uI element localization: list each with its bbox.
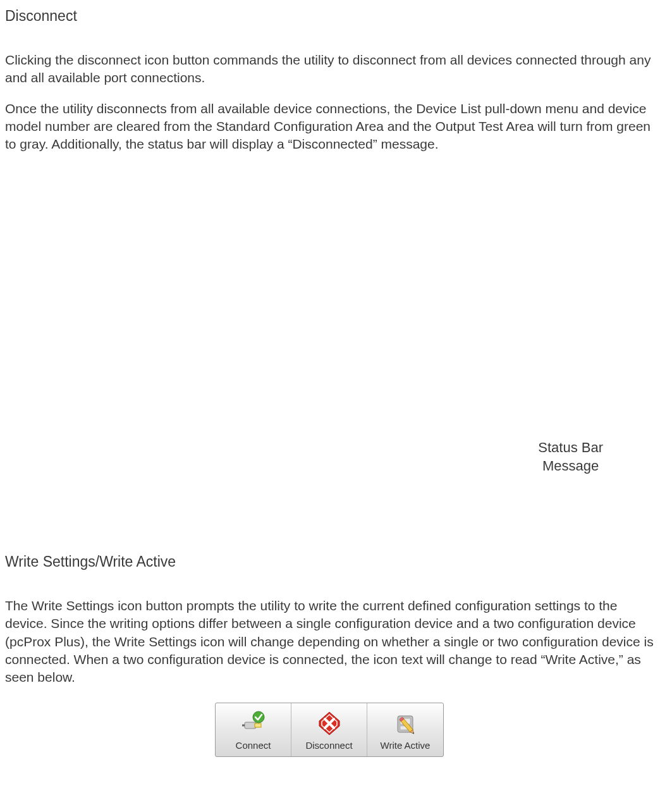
svg-rect-1 (255, 723, 261, 727)
disconnect-icon (315, 710, 343, 737)
screenshot-placeholder-area: Status Bar Message (5, 166, 654, 451)
svg-rect-0 (245, 722, 256, 729)
connect-button[interactable]: Connect (216, 703, 291, 756)
section-heading-disconnect: Disconnect (5, 6, 654, 26)
paragraph-disconnect-1: Clicking the disconnect icon button comm… (5, 51, 654, 87)
connect-icon (240, 710, 267, 737)
status-bar-line2: Message (542, 458, 599, 474)
toolbar: Connect Disconnect (215, 703, 444, 757)
status-bar-line1: Status Bar (538, 440, 603, 455)
status-bar-message-label: Status Bar Message (538, 438, 603, 476)
disconnect-label: Disconnect (305, 739, 352, 752)
write-active-icon (391, 710, 419, 737)
toolbar-wrapper: Connect Disconnect (5, 703, 654, 757)
svg-point-3 (253, 711, 264, 723)
write-active-label: Write Active (381, 739, 431, 752)
write-active-button[interactable]: Write Active (367, 703, 443, 756)
connect-label: Connect (236, 739, 271, 752)
section-heading-write-settings: Write Settings/Write Active (5, 552, 654, 572)
disconnect-button[interactable]: Disconnect (291, 703, 367, 756)
paragraph-disconnect-2: Once the utility disconnects from all av… (5, 100, 654, 154)
paragraph-write-settings-1: The Write Settings icon button prompts t… (5, 597, 654, 687)
